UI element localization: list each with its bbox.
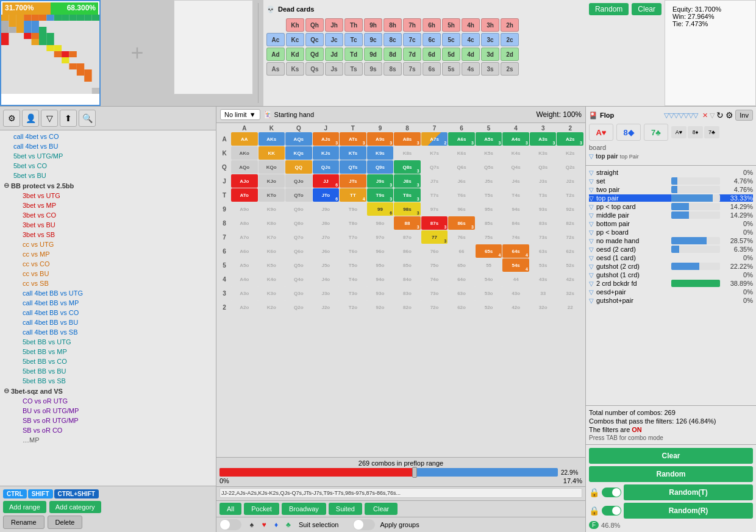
matrix-cell-3-12[interactable]: J2s (557, 174, 583, 188)
clear-button[interactable]: Clear (365, 503, 398, 515)
card-2d[interactable]: 2d (501, 48, 519, 61)
matrix-cell-8-11[interactable]: 63s (530, 244, 557, 258)
matrix-cell-9-10[interactable]: 54s4 (502, 258, 529, 272)
suit-toggle[interactable] (219, 519, 241, 530)
card-qd[interactable]: Qd (305, 48, 324, 61)
matrix-cell-11-4[interactable]: T3o (340, 286, 366, 300)
matrix-cell-5-3[interactable]: J9o (313, 202, 340, 216)
card-7c[interactable]: 7c (403, 33, 421, 46)
sidebar-item-mp[interactable]: …MP (1, 435, 215, 445)
card-3s[interactable]: 3s (481, 62, 499, 76)
matrix-cell-1-12[interactable]: K2s (557, 146, 583, 160)
matrix-cell-7-7[interactable]: 773 (421, 230, 448, 244)
matrix-cell-4-7[interactable]: T7s (421, 188, 448, 202)
inv-button[interactable]: Inv (735, 110, 753, 121)
card-6h[interactable]: 6h (423, 18, 441, 32)
matrix-cell-11-2[interactable]: Q3o (285, 286, 312, 300)
matrix-cell-9-0[interactable]: A5o (231, 258, 258, 272)
matrix-cell-1-0[interactable]: AKo (231, 146, 258, 160)
card-8c[interactable]: 8c (383, 33, 402, 46)
card-9s[interactable]: 9s (364, 62, 382, 76)
matrix-cell-4-9[interactable]: T5s (476, 188, 502, 202)
sidebar-item-cc-bu[interactable]: cc vs BU (1, 269, 215, 278)
card-2c[interactable]: 2c (501, 33, 519, 46)
matrix-cell-6-8[interactable]: 86s3 (448, 216, 475, 230)
random-dead-button[interactable]: Random (589, 3, 629, 15)
sidebar-item-5bet-bb-utg[interactable]: 5bet BB vs UTG (1, 337, 215, 347)
sidebar-item-call4bet-bb-utg[interactable]: call 4bet BB vs UTG (1, 288, 215, 298)
card-8d[interactable]: 8d (383, 48, 402, 61)
matrix-cell-6-10[interactable]: 84s (502, 216, 529, 230)
card-5h[interactable]: 5h (442, 18, 460, 32)
matrix-cell-11-8[interactable]: 63o (448, 286, 475, 300)
matrix-cell-2-12[interactable]: Q2s (557, 160, 583, 174)
all-button[interactable]: All (219, 503, 241, 515)
matrix-cell-3-7[interactable]: J7s (421, 174, 448, 188)
matrix-cell-10-4[interactable]: T4o (340, 272, 366, 286)
matrix-cell-11-5[interactable]: 93o (367, 286, 394, 300)
matrix-cell-7-6[interactable]: 87o (394, 230, 421, 244)
matrix-cell-9-12[interactable]: 52s (557, 258, 583, 272)
matrix-cell-7-1[interactable]: K7o (259, 230, 285, 244)
matrix-cell-5-0[interactable]: A9o (231, 202, 258, 216)
pocket-button[interactable]: Pocket (244, 503, 279, 515)
matrix-cell-0-5[interactable]: A9s3 (367, 132, 394, 146)
matrix-cell-12-3[interactable]: J2o (313, 300, 340, 314)
matrix-cell-1-1[interactable]: KK (259, 146, 285, 160)
sidebar-item-3bet-sqz[interactable]: ⊖ 3bet-sqz and VS (1, 386, 215, 396)
matrix-cell-5-1[interactable]: K9o (259, 202, 285, 216)
matrix-cell-6-0[interactable]: A8o (231, 216, 258, 230)
matrix-cell-8-7[interactable]: 76o (421, 244, 448, 258)
matrix-cell-5-5[interactable]: 996 (367, 202, 394, 216)
matrix-cell-7-8[interactable]: 76s (448, 230, 475, 244)
sidebar-item-cc-co[interactable]: cc vs CO (1, 259, 215, 269)
matrix-cell-5-7[interactable]: 97s (421, 202, 448, 216)
suited-button[interactable]: Suited (329, 503, 362, 515)
matrix-cell-12-9[interactable]: 52o (476, 300, 502, 314)
sidebar-item-3bet-co[interactable]: 3bet vs CO (1, 210, 215, 220)
matrix-cell-9-8[interactable]: 65o (448, 258, 475, 272)
matrix-cell-0-4[interactable]: ATs3 (340, 132, 366, 146)
matrix-cell-2-9[interactable]: Q5s (476, 160, 502, 174)
matrix-cell-5-11[interactable]: 93s (530, 202, 557, 216)
card-jd[interactable]: Jd (325, 48, 343, 61)
card-js[interactable]: Js (325, 62, 343, 76)
random-t-button[interactable]: Random(T) (624, 484, 753, 500)
matrix-cell-10-8[interactable]: 64o (448, 272, 475, 286)
card-4s[interactable]: 4s (462, 62, 480, 76)
matrix-cell-6-11[interactable]: 83s (530, 216, 557, 230)
flop-card-7c-container[interactable]: 7♣ (644, 124, 668, 141)
card-5c[interactable]: 5c (442, 33, 460, 46)
toggle-r[interactable] (602, 506, 621, 516)
matrix-cell-8-12[interactable]: 62s (557, 244, 583, 258)
matrix-cell-1-2[interactable]: KQs (285, 146, 312, 160)
matrix-cell-7-5[interactable]: 97o (367, 230, 394, 244)
card-ac[interactable]: Ac (266, 33, 285, 46)
matrix-cell-1-3[interactable]: KJs (313, 146, 340, 160)
collapse-3bet-sqz[interactable]: ⊖ (4, 387, 9, 395)
card-7d[interactable]: 7d (403, 48, 421, 61)
card-9d[interactable]: 9d (364, 48, 382, 61)
flop-card-8d-container[interactable]: 8◆ (616, 124, 641, 141)
sidebar-item-5bet-bb-mp[interactable]: 5bet BB vs MP (1, 347, 215, 356)
matrix-cell-3-10[interactable]: J4s (502, 174, 529, 188)
card-as[interactable]: As (266, 62, 285, 76)
sidebar-item-call4bet-bb-mp[interactable]: call 4bet BB vs MP (1, 298, 215, 308)
matrix-cell-5-8[interactable]: 96s (448, 202, 475, 216)
filter-arrow-4[interactable]: ▽ (589, 204, 594, 210)
matrix-cell-6-3[interactable]: J8o (313, 216, 340, 230)
matrix-cell-2-2[interactable]: QQ (285, 160, 312, 174)
apply-groups-toggle[interactable] (353, 519, 375, 530)
matrix-cell-7-11[interactable]: 73s (530, 230, 557, 244)
sidebar-item-3bet-mp[interactable]: 3bet vs MP (1, 200, 215, 210)
card-8h[interactable]: 8h (383, 18, 402, 32)
matrix-cell-12-4[interactable]: T2o (340, 300, 366, 314)
gear-icon[interactable]: ⚙ (726, 110, 733, 120)
matrix-cell-6-2[interactable]: Q8o (285, 216, 312, 230)
filter-arrow-14[interactable]: ▽ (589, 289, 594, 296)
matrix-cell-10-5[interactable]: 94o (367, 272, 394, 286)
matrix-cell-2-5[interactable]: Q9s (367, 160, 394, 174)
matrix-cell-2-8[interactable]: Q6s (448, 160, 475, 174)
matrix-cell-0-12[interactable]: A2s3 (557, 132, 583, 146)
sidebar-item-5bet-co[interactable]: 5bet vs CO (1, 161, 215, 171)
